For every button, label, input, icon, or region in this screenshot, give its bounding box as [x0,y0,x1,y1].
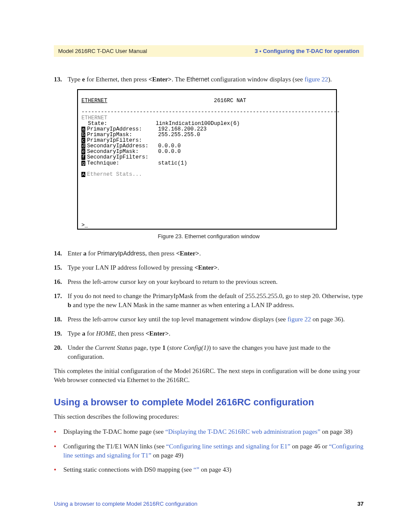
footer-left: Using a browser to complete Model 2616RC… [54,501,197,507]
section-intro: This section describes the following pro… [54,412,364,421]
section-heading: Using a browser to complete Model 2616RC… [54,397,364,408]
step-14: 14. Enter a for PrimaryIpAddress, then p… [54,249,364,258]
step-17: 17. If you do not need to change the Pri… [54,292,364,310]
page-header: Model 2616RC T-DAC User Manual 3 • Confi… [54,45,364,57]
step-20: 20. Under the Current Status page, type … [54,343,364,361]
step-18: 18. Press the left-arrow cursor key unti… [54,315,364,324]
header-left: Model 2616RC T-DAC User Manual [58,48,147,54]
terminal-title-left: ETHERNET [81,98,107,104]
step-number: 13. [54,75,68,84]
bullet-3: Setting static connections with DS0 mapp… [54,465,364,475]
terminal-divider: ----------------------------------------… [81,109,340,115]
page-footer: Using a browser to complete Model 2616RC… [54,501,364,507]
figure-22-link-2[interactable]: figure 22 [287,316,311,323]
step-body: Type e for Ethernet, then press <Enter>.… [68,75,364,84]
header-right: 3 • Configuring the T-DAC for operation [255,48,359,54]
closing-paragraph: This completes the initial configuration… [54,367,364,385]
step-16: 16. Press the left-arrow cursor key on y… [54,277,364,286]
bullet-2: Configuring the T1/E1 WAN links (see “Co… [54,442,364,460]
terminal-prompt: >_ [81,222,88,228]
step-13: 13. Type e for Ethernet, then press <Ent… [54,75,364,84]
terminal-figure: ETHERNET 2616RC NAT --------------------… [77,89,364,230]
link-e1-settings[interactable]: “Configuring line settings and signaling… [166,443,290,450]
terminal-title-right: 2616RC NAT [214,98,246,104]
tag-a: a [81,127,85,132]
tag-b: b [81,132,85,137]
footer-page-number: 37 [358,501,364,507]
step-15: 15. Type your LAN IP address followed by… [54,263,364,272]
bullet-1: Displaying the T-DAC home page (see “Dis… [54,427,364,437]
terminal-stats: Ethernet Stats... [87,171,142,177]
step-19: 19. Type a for HOME, then press <Enter>. [54,329,364,338]
tag-d: d [81,143,85,149]
link-ds0-mapping[interactable]: “” [193,466,199,473]
tag-e: e [81,149,85,154]
tag-g: g [81,161,85,166]
terminal-window: ETHERNET 2616RC NAT --------------------… [77,89,337,230]
terminal-eth-label: ETHERNET [81,115,107,121]
tag-f: f [81,155,85,160]
figure-caption: Figure 23. Ethernet configuration window [54,233,364,240]
tag-A: A [81,172,85,177]
link-displaying-home[interactable]: “Displaying the T-DAC 2616RC web adminis… [165,428,321,435]
figure-22-link[interactable]: figure 22 [305,76,328,83]
tag-c: c [81,138,85,143]
